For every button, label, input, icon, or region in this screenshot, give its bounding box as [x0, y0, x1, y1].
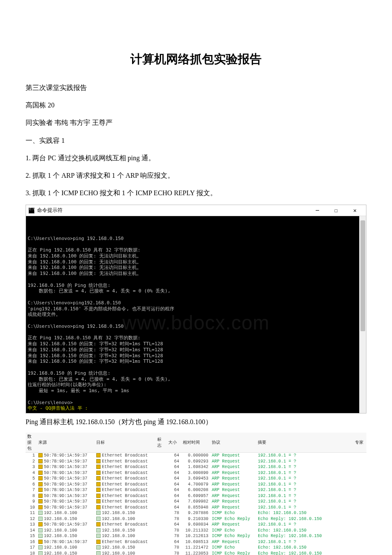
paragraph: 高国栋 20 [26, 98, 366, 113]
cell-summary: Echo: 192.168.0.150 [256, 545, 353, 551]
table-row[interactable]: 150:7B:9D:1A:59:37Ethernet Broadcast640.… [26, 453, 366, 459]
cell-time: 10.698513 [181, 539, 210, 545]
cell-size: 64 [167, 539, 181, 545]
cell-index: 3 [26, 464, 37, 470]
window-titlebar: 命令提示符 ─ ☐ ✕ [26, 205, 366, 216]
cell-dest: Ethernet Broadcast [95, 482, 156, 488]
table-row[interactable]: 17192.168.0.100192.168.0.1507811.221472I… [26, 545, 366, 551]
terminal-line: 来自 192.168.0.100 的回复: 无法访问目标主机。 [28, 259, 357, 265]
cell-expert [353, 510, 366, 516]
table-row[interactable]: 15192.168.0.150192.168.0.1007810.212613I… [26, 533, 366, 539]
cell-flag [156, 476, 167, 482]
cell-dest: Ethernet Broadcast [95, 459, 156, 465]
column-header[interactable]: 协议 [210, 433, 256, 453]
cell-flag [156, 522, 167, 528]
table-row[interactable]: 18192.168.0.150192.168.0.1007811.223053I… [26, 551, 366, 555]
cell-protocol: ICMP Echo Reply [210, 551, 256, 555]
table-row[interactable]: 14192.168.0.100192.168.0.1507810.211332I… [26, 528, 366, 534]
cell-time: 6.699957 [181, 493, 210, 499]
ip-badge-icon [96, 511, 101, 515]
terminal-line: C:\Users\lenovo>ping 192.168.0.150 [28, 324, 357, 330]
cell-expert [353, 476, 366, 482]
cell-protocol: ARP Request [210, 522, 256, 528]
table-row[interactable]: 1650:7B:9D:1A:59:37Ethernet Broadcast641… [26, 539, 366, 545]
terminal-line: C:\Users\lenovo>ping192.168.0.150 [28, 300, 357, 306]
cell-source: 50:7B:9D:1A:59:37 [37, 499, 95, 505]
table-row[interactable]: 650:7B:9D:1A:59:37Ethernet Broadcast644.… [26, 482, 366, 488]
cell-source: 192.168.0.150 [37, 533, 95, 539]
figure-caption: Ping 通目标主机 192.168.0.150（对方也 ping 通 192.… [26, 418, 366, 427]
terminal-line: 'ping192.168.0.150' 不是内部或外部命令, 也不是可运行的程序 [28, 306, 357, 312]
close-button[interactable]: ✕ [346, 205, 364, 216]
cell-source: 50:7B:9D:1A:59:37 [37, 476, 95, 482]
mac-badge-icon [96, 465, 101, 469]
cell-summary: Echo Reply: 192.168.0.150 [256, 551, 353, 555]
table-row[interactable]: 750:7B:9D:1A:59:37Ethernet Broadcast646.… [26, 487, 366, 493]
scroll-thumb[interactable] [360, 220, 365, 331]
cell-flag [156, 459, 167, 465]
minimize-button[interactable]: ─ [308, 205, 327, 216]
cell-summary: Echo Reply: 192.168.0.150 [256, 516, 353, 522]
table-row[interactable]: 450:7B:9D:1A:59:37Ethernet Broadcast643.… [26, 470, 366, 476]
terminal-line [28, 394, 357, 400]
column-header[interactable]: 相对时间 [181, 433, 210, 453]
table-row[interactable]: 850:7B:9D:1A:59:37Ethernet Broadcast646.… [26, 493, 366, 499]
terminal-line [28, 364, 357, 370]
cell-protocol: ARP Request [210, 476, 256, 482]
paragraph: 2. 抓取 1 个 ARP 请求报文和 1 个 ARP 响应报文。 [26, 168, 366, 183]
terminal-line: 来自 192.168.0.100 的回复: 无法访问目标主机。 [28, 253, 357, 259]
terminal-line: 来自 192.168.0.100 的回复: 无法访问目标主机。 [28, 271, 357, 277]
column-header[interactable]: 数据包 [26, 433, 37, 453]
cell-time: 3.000890 [181, 470, 210, 476]
cell-dest: 192.168.0.100 [95, 551, 156, 555]
cell-source: 192.168.0.100 [37, 545, 95, 551]
column-header[interactable]: 摘要 [256, 433, 353, 453]
cell-protocol: ARP Request [210, 470, 256, 476]
table-row[interactable]: 550:7B:9D:1A:59:37Ethernet Broadcast643.… [26, 476, 366, 482]
terminal-line [28, 318, 357, 324]
cell-size: 78 [167, 551, 181, 555]
cell-time: 9.698034 [181, 522, 210, 528]
maximize-button[interactable]: ☐ [327, 205, 346, 216]
cell-expert [353, 499, 366, 505]
terminal-line: 往返行程的估计时间(以毫秒为单位): [28, 382, 357, 388]
mac-badge-icon [38, 453, 43, 457]
mac-badge-icon [38, 465, 43, 469]
ip-badge-icon [38, 511, 43, 515]
terminal-line: 来自 192.168.0.100 的回复: 无法访问目标主机。 [28, 265, 357, 271]
terminal-line: 来自 192.168.0.150 的回复: 字节=32 时间=1ms TTL=1… [28, 341, 357, 347]
column-header[interactable]: 大小 [167, 433, 181, 453]
cell-index: 10 [26, 505, 37, 511]
cell-size: 64 [167, 459, 181, 465]
scrollbar[interactable] [359, 216, 366, 413]
table-row[interactable]: 1350:7B:9D:1A:59:37Ethernet Broadcast649… [26, 522, 366, 528]
cell-protocol: ARP Request [210, 482, 256, 488]
cell-dest: Ethernet Broadcast [95, 464, 156, 470]
cell-size: 78 [167, 510, 181, 516]
cell-time: 11.221472 [181, 545, 210, 551]
column-header[interactable]: 标志 [156, 433, 167, 453]
column-header[interactable]: 目标 [95, 433, 156, 453]
cell-time: 9.207886 [181, 510, 210, 516]
table-row[interactable]: 12192.168.0.150192.168.0.100789.210330IC… [26, 516, 366, 522]
terminal-line: C:\Users\lenovo> [28, 400, 357, 406]
cell-summary: 192.168.0.1 = ? [256, 476, 353, 482]
cell-source: 192.168.0.100 [37, 510, 95, 516]
cell-size: 64 [167, 522, 181, 528]
terminal-line: 数据包: 已发送 = 4, 已接收 = 4, 丢失 = 0 (0% 丢失), [28, 288, 357, 294]
cell-summary: 192.168.0.1 = ? [256, 499, 353, 505]
mac-badge-icon [38, 505, 43, 509]
mac-badge-icon [38, 540, 43, 544]
cell-summary: 192.168.0.1 = ? [256, 470, 353, 476]
table-row[interactable]: 250:7B:9D:1A:59:37Ethernet Broadcast640.… [26, 459, 366, 465]
table-row[interactable]: 350:7B:9D:1A:59:37Ethernet Broadcast641.… [26, 464, 366, 470]
paragraph: 3. 抓取 1 个 ICMP ECHO 报文和 1 个 ICMP ECHO RE… [26, 185, 366, 200]
table-row[interactable]: 1050:7B:9D:1A:59:37Ethernet Broadcast648… [26, 505, 366, 511]
table-row[interactable]: 11192.168.0.100192.168.0.150789.207886IC… [26, 510, 366, 516]
cell-flag [156, 516, 167, 522]
table-row[interactable]: 950:7B:9D:1A:59:37Ethernet Broadcast647.… [26, 499, 366, 505]
command-prompt-window: 命令提示符 ─ ☐ ✕ C:\Users\lenovo>ping 192.168… [26, 205, 366, 413]
column-header[interactable]: 来源 [37, 433, 95, 453]
cell-size: 64 [167, 453, 181, 459]
column-header[interactable]: 专家 [353, 433, 366, 453]
